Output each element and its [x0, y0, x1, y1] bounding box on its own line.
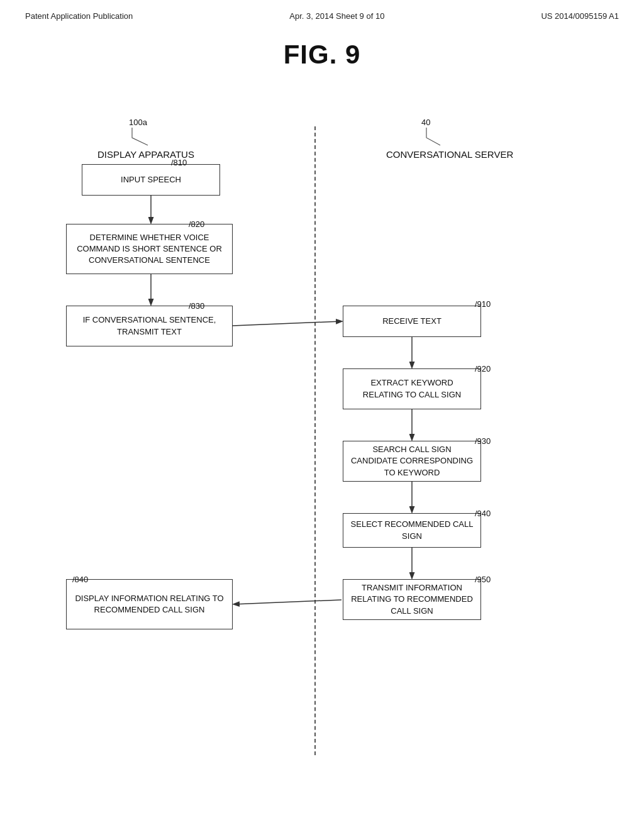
header-left: Patent Application Publication — [25, 11, 133, 21]
column-divider — [314, 126, 316, 755]
box-820: DETERMINE WHETHER VOICE COMMAND IS SHORT… — [66, 224, 233, 274]
svg-text:40: 40 — [421, 118, 430, 127]
header-center: Apr. 3, 2014 Sheet 9 of 10 — [289, 11, 384, 21]
label-940: /940 — [475, 509, 491, 518]
label-810: /810 — [171, 158, 187, 167]
label-920: /920 — [475, 364, 491, 374]
label-910: /910 — [475, 299, 491, 309]
label-830: /830 — [189, 301, 204, 311]
box-930: SEARCH CALL SIGN CANDIDATE CORRESPONDING… — [343, 441, 481, 482]
header-svg: 100a DISPLAY APPARATUS 40 CONVERSATIONAL… — [0, 114, 644, 164]
label-840: /840 — [72, 575, 88, 584]
box-950: TRANSMIT INFORMATION RELATING TO RECOMME… — [343, 579, 481, 620]
box-920: EXTRACT KEYWORD RELATING TO CALL SIGN — [343, 368, 481, 409]
svg-line-7 — [233, 321, 341, 326]
svg-text:CONVERSATIONAL SERVER: CONVERSATIONAL SERVER — [386, 149, 513, 160]
label-820: /820 — [189, 219, 204, 229]
header-right: US 2014/0095159 A1 — [541, 11, 619, 21]
page-header: Patent Application Publication Apr. 3, 2… — [0, 0, 644, 21]
diagram-area: 100a DISPLAY APPARATUS 40 CONVERSATIONAL… — [0, 76, 644, 805]
svg-line-12 — [234, 600, 341, 604]
box-940: SELECT RECOMMENDED CALL SIGN — [343, 513, 481, 548]
box-840: DISPLAY INFORMATION RELATING TO RECOMMEN… — [66, 579, 233, 629]
label-950: /950 — [475, 575, 491, 584]
box-810: INPUT SPEECH — [82, 164, 220, 196]
label-930: /930 — [475, 436, 491, 446]
box-830: IF CONVERSATIONAL SENTENCE, TRANSMIT TEX… — [66, 306, 233, 346]
svg-text:100a: 100a — [129, 118, 148, 127]
box-910: RECEIVE TEXT — [343, 306, 481, 337]
figure-title: FIG. 9 — [0, 40, 644, 70]
